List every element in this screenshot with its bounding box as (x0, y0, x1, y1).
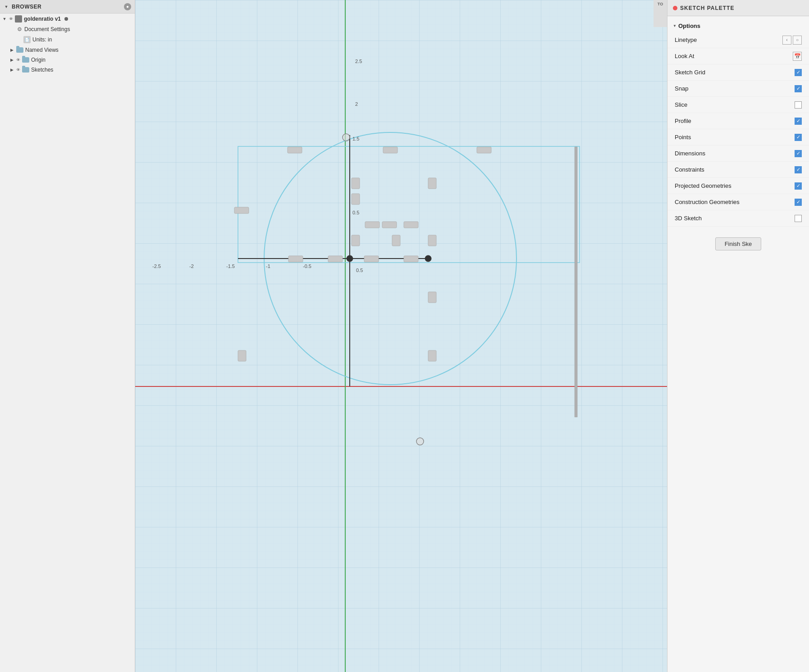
snap-controls (795, 85, 802, 92)
palette-title: SKETCH PALETTE (680, 5, 734, 11)
origin-row[interactable]: 👁 Origin (0, 55, 135, 65)
options-header[interactable]: ▼ Options (667, 20, 809, 32)
slice-label: Slice (675, 101, 687, 108)
svg-rect-12 (288, 147, 302, 153)
finish-sketch-button[interactable]: Finish Ske (715, 237, 762, 250)
constraints-checkbox[interactable] (795, 166, 802, 173)
doc-visibility-icon[interactable]: 👁 (9, 17, 13, 21)
svg-text:0.5: 0.5 (356, 268, 363, 273)
palette-row-projected-geo: Projected Geometries (667, 178, 809, 194)
palette-row-slice: Slice (667, 97, 809, 113)
dimensions-label: Dimensions (675, 150, 705, 157)
lookat-controls: 📅 (793, 52, 802, 61)
svg-rect-25 (288, 256, 303, 262)
options-section: ▼ Options Linetype ‹ ○ Look At 📅 Sketch … (667, 16, 809, 230)
grid-svg: 2.5 2 1.5 0.5 -2.5 -2 -1.5 -1 -0.5 0.5 (135, 0, 667, 672)
points-label: Points (675, 134, 691, 141)
svg-rect-21 (404, 222, 418, 228)
svg-rect-30 (428, 350, 436, 361)
construction-geo-checkbox[interactable] (795, 199, 802, 206)
origin-label: Origin (31, 57, 46, 63)
palette-row-sketchgrid: Sketch Grid (667, 64, 809, 81)
origin-visibility-icon[interactable]: 👁 (16, 58, 20, 62)
3dsketch-checkbox[interactable] (795, 215, 802, 222)
points-controls (795, 134, 802, 141)
svg-rect-17 (352, 194, 360, 204)
browser-collapse-triangle[interactable] (4, 4, 9, 9)
sketches-triangle[interactable] (9, 67, 14, 73)
svg-rect-32 (575, 147, 577, 417)
palette-status-dot (673, 6, 677, 10)
profile-checkbox[interactable] (795, 118, 802, 125)
sketches-folder-icon (22, 67, 29, 73)
gear-icon: ⚙ (16, 26, 23, 32)
sketchgrid-checkbox[interactable] (795, 69, 802, 76)
doc-settings-row[interactable]: ⚙ Document Settings (0, 24, 135, 34)
svg-text:-2.5: -2.5 (152, 263, 161, 269)
svg-rect-27 (364, 256, 379, 262)
snap-checkbox[interactable] (795, 85, 802, 92)
sketches-visibility-icon[interactable]: 👁 (16, 68, 20, 72)
construction-geo-label: Construction Geometries (675, 199, 740, 205)
browser-header-left: BROWSER (4, 4, 41, 10)
sketches-row[interactable]: 👁 Sketches (0, 65, 135, 75)
doc-expand-triangle[interactable] (2, 16, 7, 22)
named-views-row[interactable]: Named Views (0, 45, 135, 55)
document-row[interactable]: 👁 goldenratio v1 (0, 14, 135, 24)
palette-row-lookat: Look At 📅 (667, 48, 809, 64)
svg-rect-4 (238, 146, 580, 263)
named-views-triangle[interactable] (9, 47, 14, 53)
palette-row-profile: Profile (667, 113, 809, 129)
units-row: 📄 Units: in (0, 34, 135, 45)
svg-rect-26 (328, 256, 343, 262)
calendar-icon[interactable]: 📅 (793, 52, 802, 61)
top-corner-indicator: TO (654, 0, 667, 27)
constraints-label: Constraints (675, 166, 704, 173)
profile-label: Profile (675, 118, 691, 124)
sketchgrid-controls (795, 69, 802, 76)
palette-row-points: Points (667, 129, 809, 145)
svg-point-5 (264, 132, 516, 385)
top-corner-label: TO (658, 2, 663, 6)
canvas-area[interactable]: 2.5 2 1.5 0.5 -2.5 -2 -1.5 -1 -0.5 0.5 (135, 0, 667, 672)
dimensions-checkbox[interactable] (795, 150, 802, 157)
lookat-label: Look At (675, 53, 694, 59)
3dsketch-controls (795, 215, 802, 222)
points-checkbox[interactable] (795, 134, 802, 141)
slice-controls (795, 101, 802, 109)
svg-text:2.5: 2.5 (355, 59, 362, 64)
svg-rect-24 (428, 235, 436, 246)
svg-rect-1 (135, 0, 667, 672)
profile-controls (795, 118, 802, 125)
doc-settings-label: Document Settings (24, 26, 70, 32)
svg-text:-2: -2 (189, 263, 194, 269)
palette-row-dimensions: Dimensions (667, 145, 809, 162)
slice-checkbox[interactable] (795, 101, 802, 109)
doc-name-label: goldenratio v1 (24, 16, 61, 22)
palette-row-construction-geo: Construction Geometries (667, 194, 809, 210)
named-views-folder-icon (16, 47, 23, 53)
projected-geo-checkbox[interactable] (795, 182, 802, 190)
projected-geo-controls (795, 182, 802, 190)
palette-row-3dsketch: 3D Sketch (667, 210, 809, 227)
browser-minimize-button[interactable]: ● (124, 3, 131, 10)
options-title: Options (678, 23, 700, 29)
svg-text:-1.5: -1.5 (226, 263, 235, 269)
origin-triangle[interactable] (9, 57, 14, 63)
record-indicator (64, 17, 68, 21)
units-label: Units: in (32, 36, 52, 43)
3dsketch-label: 3D Sketch (675, 215, 702, 222)
sketchgrid-label: Sketch Grid (675, 69, 705, 76)
svg-rect-14 (477, 147, 491, 153)
linetype-icon-1[interactable]: ‹ (782, 36, 791, 45)
snap-label: Snap (675, 85, 688, 92)
svg-point-9 (425, 255, 431, 262)
svg-rect-29 (428, 292, 436, 303)
sketches-label: Sketches (31, 67, 53, 73)
svg-text:-0.5: -0.5 (303, 263, 311, 269)
units-icon: 📄 (23, 36, 31, 43)
svg-point-11 (416, 438, 424, 445)
svg-rect-31 (238, 350, 246, 361)
linetype-icon-2[interactable]: ○ (793, 36, 802, 45)
svg-text:0.5: 0.5 (352, 210, 359, 215)
